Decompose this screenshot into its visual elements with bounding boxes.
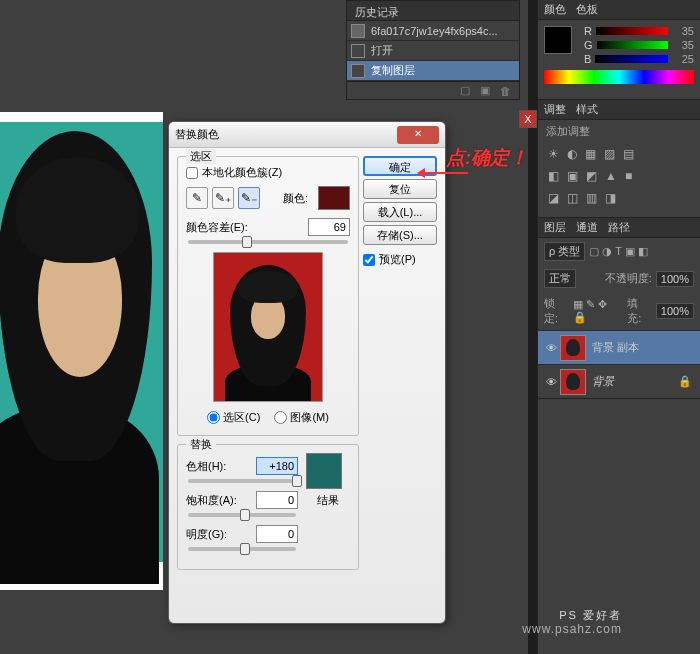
selection-group: 选区 本地化颜色簇(Z) ✎ ✎₊ ✎₋ 颜色: 颜色容差(E): 选区(C) … xyxy=(177,156,359,436)
blend-mode[interactable]: 正常 xyxy=(544,269,576,288)
r-slider[interactable] xyxy=(596,27,668,35)
tab-styles[interactable]: 样式 xyxy=(576,102,598,117)
tab-adjustments[interactable]: 调整 xyxy=(544,102,566,117)
result-swatch[interactable] xyxy=(306,453,342,489)
layer-kind[interactable]: ρ 类型 xyxy=(544,242,585,261)
preview-checkbox[interactable]: 预览(P) xyxy=(363,252,437,267)
load-button[interactable]: 载入(L)... xyxy=(363,202,437,222)
adj-icon[interactable]: ◫ xyxy=(567,191,578,205)
camera-icon[interactable]: ▣ xyxy=(480,84,490,97)
tab-paths[interactable]: 路径 xyxy=(608,220,630,235)
layer-bg[interactable]: 👁 背景 🔒 xyxy=(538,364,700,398)
adj-icon[interactable]: ☀ xyxy=(548,147,559,161)
adj-icon[interactable]: ▨ xyxy=(604,147,615,161)
dock-close-icon[interactable]: X xyxy=(519,110,537,128)
tab-color[interactable]: 颜色 xyxy=(544,2,566,17)
annotation-text: 点:确定！ xyxy=(446,145,528,171)
replace-color-dialog: 替换颜色 ✕ 选区 本地化颜色簇(Z) ✎ ✎₊ ✎₋ 颜色: 颜色容差(E): xyxy=(168,121,446,624)
eyedropper-sub-icon[interactable]: ✎₋ xyxy=(238,187,260,209)
localize-checkbox[interactable]: 本地化颜色簇(Z) xyxy=(186,165,350,180)
tab-layers[interactable]: 图层 xyxy=(544,220,566,235)
close-icon[interactable]: ✕ xyxy=(397,126,439,144)
fuzziness-slider[interactable] xyxy=(188,240,348,244)
watermark: PS 爱好者 www.psahz.com xyxy=(522,608,622,638)
trash-icon[interactable]: 🗑 xyxy=(500,85,511,97)
fill-field[interactable]: 100% xyxy=(656,303,694,319)
adj-icon[interactable]: ▣ xyxy=(567,169,578,183)
annotation-arrow xyxy=(420,172,468,174)
result-label: 结果 xyxy=(306,493,350,508)
adj-icon[interactable]: ◧ xyxy=(548,169,559,183)
replace-group: 替换 色相(H): 饱和度(A): 明度(G): 结果 xyxy=(177,444,359,570)
color-panel: 颜色 色板 R35 G35 B25 xyxy=(538,0,700,100)
adj-icon[interactable]: ▦ xyxy=(585,147,596,161)
adjustments-panel: 调整 样式 添加调整 ☀◐▦▨▤ ◧▣◩▲■ ◪◫▥◨ xyxy=(538,100,700,218)
dialog-title: 替换颜色 xyxy=(175,127,397,142)
saturation-input[interactable] xyxy=(256,491,298,509)
hue-slider[interactable] xyxy=(188,479,296,483)
saturation-slider[interactable] xyxy=(188,513,296,517)
history-panel: 历史记录 6fa017c7jw1ey4fx6ps4c... 打开 复制图层 ▢ … xyxy=(346,0,520,100)
fuzziness-input[interactable] xyxy=(308,218,350,236)
radio-image[interactable]: 图像(M) xyxy=(274,410,329,425)
history-footer: ▢ ▣ 🗑 xyxy=(347,81,519,99)
history-step-open[interactable]: 打开 xyxy=(347,41,519,61)
eyedropper-icon[interactable]: ✎ xyxy=(186,187,208,209)
history-tab[interactable]: 历史记录 xyxy=(347,1,519,21)
adj-icon[interactable]: ▥ xyxy=(586,191,597,205)
adj-icon[interactable]: ◨ xyxy=(605,191,616,205)
adj-icon[interactable]: ▤ xyxy=(623,147,634,161)
history-source[interactable]: 6fa017c7jw1ey4fx6ps4c... xyxy=(347,21,519,41)
adj-icon[interactable]: ▲ xyxy=(605,169,617,183)
b-slider[interactable] xyxy=(595,55,668,63)
hue-input[interactable] xyxy=(256,457,298,475)
document-canvas[interactable] xyxy=(0,112,163,590)
reset-button[interactable]: 复位 xyxy=(363,179,437,199)
portrait-image xyxy=(0,122,163,562)
snapshot-icon[interactable]: ▢ xyxy=(460,84,470,97)
right-panels: 颜色 色板 R35 G35 B25 调整 样式 添加调整 ☀◐▦▨▤ ◧▣◩▲■… xyxy=(537,0,700,654)
adj-icon[interactable]: ◐ xyxy=(567,147,577,161)
adj-icon[interactable]: ◩ xyxy=(586,169,597,183)
preview-thumbnail[interactable] xyxy=(213,252,323,402)
tab-channels[interactable]: 通道 xyxy=(576,220,598,235)
radio-selection[interactable]: 选区(C) xyxy=(207,410,260,425)
visibility-icon[interactable]: 👁 xyxy=(542,342,560,354)
layer-bg-copy[interactable]: 👁 背景 副本 xyxy=(538,330,700,364)
spectrum-bar[interactable] xyxy=(544,70,694,84)
visibility-icon[interactable]: 👁 xyxy=(542,376,560,388)
lightness-input[interactable] xyxy=(256,525,298,543)
eyedropper-add-icon[interactable]: ✎₊ xyxy=(212,187,234,209)
save-button[interactable]: 存储(S)... xyxy=(363,225,437,245)
add-adjustment-label: 添加调整 xyxy=(538,120,700,143)
dialog-titlebar[interactable]: 替换颜色 ✕ xyxy=(169,122,445,148)
lightness-slider[interactable] xyxy=(188,547,296,551)
opacity-field[interactable]: 100% xyxy=(656,271,694,287)
g-slider[interactable] xyxy=(597,41,668,49)
adj-icon[interactable]: ◪ xyxy=(548,191,559,205)
sampled-color-swatch[interactable] xyxy=(318,186,350,210)
adj-icon[interactable]: ■ xyxy=(625,169,632,183)
history-step-duplicate[interactable]: 复制图层 xyxy=(347,61,519,81)
lock-icon: 🔒 xyxy=(678,375,692,388)
layers-panel: 图层 通道 路径 ρ 类型 ▢ ◑ T ▣ ◧ 正常 不透明度: 100% 锁定… xyxy=(538,218,700,399)
foreground-swatch[interactable] xyxy=(544,26,572,54)
tab-swatches[interactable]: 色板 xyxy=(576,2,598,17)
